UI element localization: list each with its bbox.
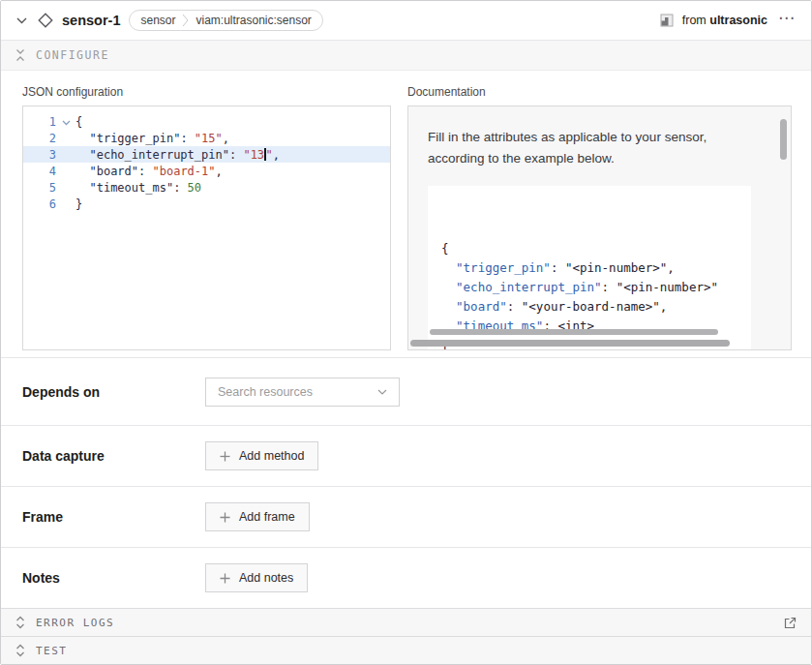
- collapse-card-button[interactable]: [15, 15, 29, 26]
- from-module-label: from ultrasonic: [682, 14, 767, 27]
- plus-icon: [220, 512, 230, 523]
- editor-line-code: "board": "board-1",: [75, 165, 223, 178]
- component-model: viam:ultrasonic:sensor: [195, 14, 311, 27]
- expand-vertical-icon: [15, 616, 25, 629]
- doc-code-line: "board": "<your-board-name>",: [441, 297, 737, 317]
- frame-row: Frame Add frame: [1, 486, 811, 547]
- editor-line-code: "timeout_ms": 50: [75, 181, 201, 195]
- editor-line-code: "echo_interrupt_pin": "13",: [75, 148, 280, 162]
- data-capture-row: Data capture Add method: [1, 425, 811, 486]
- plus-icon: [220, 573, 230, 584]
- plus-icon: [220, 451, 230, 462]
- open-in-new-icon[interactable]: [784, 617, 797, 629]
- test-section-label: TEST: [36, 645, 68, 657]
- doc-code-line: {: [441, 239, 737, 258]
- editor-line[interactable]: 6}: [23, 196, 390, 212]
- error-logs-section-label: ERROR LOGS: [36, 617, 114, 629]
- editor-line[interactable]: 3 "echo_interrupt_pin": "13",: [23, 146, 390, 163]
- doc-code-line: "echo_interrupt_pin": "<pin-number>": [441, 278, 737, 297]
- depends-on-placeholder: Search resources: [218, 385, 313, 399]
- editor-line[interactable]: 2 "trigger_pin": "15",: [23, 130, 390, 146]
- chevron-right-separator-icon: [182, 14, 189, 27]
- component-type: sensor: [140, 14, 175, 27]
- notes-label: Notes: [22, 570, 205, 586]
- json-configuration-label: JSON configuration: [22, 85, 391, 99]
- test-section-bar[interactable]: TEST: [1, 636, 811, 664]
- collapse-vertical-icon: [15, 48, 25, 62]
- json-editor-lines: 1{2 "trigger_pin": "15",3 "echo_interrup…: [23, 113, 390, 212]
- chevron-down-icon: [377, 389, 387, 395]
- json-editor[interactable]: 1{2 "trigger_pin": "15",3 "echo_interrup…: [22, 106, 391, 350]
- add-method-button[interactable]: Add method: [205, 441, 318, 470]
- documentation-code-block: { "trigger_pin": "<pin-number>", "echo_i…: [428, 186, 751, 350]
- line-number: 4: [23, 165, 56, 178]
- configure-body: JSON configuration 1{2 "trigger_pin": "1…: [1, 71, 811, 357]
- notes-row: Notes Add notes: [1, 547, 811, 608]
- fold-icon[interactable]: [56, 115, 75, 129]
- documentation-panel: Fill in the attributes as applicable to …: [407, 106, 792, 350]
- sensor-component-icon: [38, 13, 53, 28]
- line-number: 2: [23, 132, 56, 145]
- component-type-model-badge: sensor viam:ultrasonic:sensor: [129, 10, 322, 31]
- doc-code-line: "trigger_pin": "<pin-number>",: [441, 258, 737, 278]
- more-menu-button[interactable]: ⋯: [776, 10, 797, 32]
- editor-line[interactable]: 4 "board": "board-1",: [23, 163, 390, 179]
- chevron-down-icon: [16, 17, 27, 24]
- add-frame-button[interactable]: Add frame: [205, 502, 310, 531]
- configure-section-bar[interactable]: CONFIGURE: [1, 41, 811, 71]
- editor-line[interactable]: 1{: [23, 113, 390, 130]
- add-notes-button[interactable]: Add notes: [205, 563, 308, 592]
- component-name: sensor-1: [62, 13, 120, 28]
- component-header: sensor-1 sensor viam:ultrasonic:sensor f…: [1, 1, 811, 41]
- expand-vertical-icon: [15, 644, 25, 657]
- documentation-intro-text: Fill in the attributes as applicable to …: [428, 127, 762, 169]
- configure-section-label: CONFIGURE: [36, 48, 109, 62]
- line-number: 1: [23, 115, 56, 129]
- line-number: 6: [23, 197, 56, 211]
- data-capture-label: Data capture: [22, 448, 205, 464]
- doc-vertical-scrollbar[interactable]: [780, 119, 787, 160]
- component-card: sensor-1 sensor viam:ultrasonic:sensor f…: [0, 0, 812, 665]
- doc-horizontal-scrollbar[interactable]: [410, 340, 730, 347]
- module-name: ultrasonic: [709, 14, 767, 27]
- code-block-horizontal-scrollbar[interactable]: [430, 329, 718, 335]
- line-number: 5: [23, 181, 56, 195]
- depends-on-label: Depends on: [22, 384, 205, 400]
- documentation-label: Documentation: [407, 85, 792, 99]
- ellipsis-icon: ⋯: [778, 9, 796, 27]
- line-number: 3: [23, 148, 56, 162]
- depends-on-row: Depends on Search resources: [1, 357, 811, 425]
- frame-label: Frame: [22, 509, 205, 525]
- editor-line-code: {: [75, 115, 82, 129]
- depends-on-select[interactable]: Search resources: [205, 378, 400, 407]
- module-icon: [660, 14, 674, 27]
- editor-line-code: "trigger_pin": "15",: [75, 132, 229, 145]
- error-logs-section-bar[interactable]: ERROR LOGS: [1, 608, 811, 636]
- editor-line[interactable]: 5 "timeout_ms": 50: [23, 179, 390, 196]
- editor-line-code: }: [75, 197, 82, 211]
